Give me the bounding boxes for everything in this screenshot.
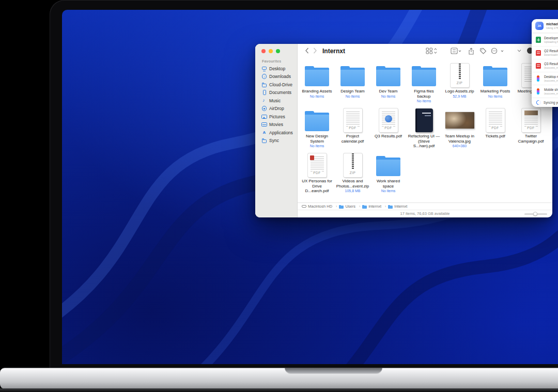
file-name: Figma files backup — [408, 89, 441, 99]
book-cover-icon — [415, 108, 433, 132]
sync-file-subtitle: (success_message) — [544, 92, 558, 95]
file-tile[interactable]: Refactoring UI — (Steve S...han).pdf — [406, 106, 442, 151]
folder-icon — [483, 68, 507, 86]
sync-file-row[interactable]: Q3 Results (2022).pdf (success_message) — [532, 59, 558, 72]
zoom-button[interactable] — [276, 49, 280, 53]
share-button[interactable] — [468, 48, 474, 55]
close-button[interactable] — [261, 49, 266, 53]
file-name: Branding Assets — [302, 89, 332, 94]
sidebar-item[interactable]: Desktop — [255, 65, 297, 73]
file-tile[interactable]: PDF Project calendar.pdf — [335, 106, 370, 151]
sidebar-item[interactable]: Documents — [255, 89, 297, 97]
laptop-screen: Favourites Desktop Downloads — [50, 0, 558, 368]
file-tile[interactable]: ZIP Videos and Photos...event.zip 105,8 … — [335, 151, 370, 196]
sidebar-item[interactable]: Sync — [255, 137, 297, 145]
filetype-badge: PDF — [348, 126, 358, 130]
tag-button[interactable] — [479, 48, 487, 54]
filetype-badge: PDF — [383, 126, 393, 130]
sync-file-row[interactable]: Q2 Results (2022).pdf Downloading 35% — [532, 46, 558, 59]
sync-popup-header: JA michael@internxt.com Using 176,42GB o… — [532, 19, 558, 33]
status-summary: 17 items, 76,63 GB available — [400, 211, 450, 216]
file-meta: No items — [488, 95, 503, 98]
sidebar-item-icon — [261, 130, 267, 135]
file-tile[interactable]: PDF Q3 Results.pdf — [370, 106, 406, 151]
syncing-spinner-icon — [535, 99, 542, 106]
overflow-chevron-button[interactable] — [517, 48, 522, 54]
file-grid: Branding Assets No items Design Team No … — [299, 61, 551, 196]
file-icon: ZIP — [335, 152, 370, 179]
sidebar-item[interactable]: Applications — [255, 129, 297, 137]
sidebar-item-icon — [261, 74, 267, 79]
breadcrumb-separator: › — [359, 205, 360, 208]
breadcrumb-item[interactable]: internxt › — [362, 204, 388, 209]
sync-file-row[interactable]: Development expenses.xlsx Uploading 64% — [532, 33, 558, 46]
file-tile[interactable]: ZIP Logo Assets.zip 52,9 MB — [442, 61, 477, 106]
sidebar-item-icon — [261, 82, 267, 87]
status-bar: 17 items, 76,63 GB available — [298, 210, 552, 217]
file-icon — [370, 152, 406, 179]
file-meta: No items — [310, 95, 324, 98]
file-name: New Design System — [301, 134, 334, 144]
window-title: Internxt — [322, 48, 345, 55]
sidebar-item-label: Applications — [269, 130, 293, 135]
breadcrumb-item[interactable]: Users › — [339, 204, 362, 209]
file-name: UX Personas for Drive D...earch.pdf — [301, 179, 334, 194]
file-tile[interactable]: Branding Assets No items — [299, 61, 335, 106]
filetype-badge: ZIP — [456, 81, 464, 85]
file-meta: No items — [346, 95, 360, 98]
file-tile[interactable]: Figma files backup No items — [406, 61, 442, 106]
file-meta: 640×360 — [453, 144, 467, 148]
sync-popup: JA michael@internxt.com Using 176,42GB o… — [532, 19, 558, 107]
file-tile[interactable]: Design Team No items — [335, 61, 370, 106]
file-tile[interactable]: PDF Tickets.pdf — [477, 106, 513, 151]
path-bar: Macintosh HD › Users › internxt › — [298, 202, 552, 210]
sync-file-title: Mobile share folder flows.fig — [544, 88, 558, 91]
sync-file-row[interactable]: Desktop migration and onboardi... (succe… — [532, 72, 558, 85]
sync-file-title: Development expenses.xlsx — [544, 36, 558, 40]
forward-button[interactable] — [313, 48, 317, 54]
file-tile[interactable]: Marketing Posts No items — [477, 61, 513, 106]
sync-file-row[interactable]: Mobile share folder flows.fig (success_m… — [532, 85, 558, 98]
file-tile[interactable]: Team Meetup in Valencia.jpg 640×360 — [442, 106, 477, 151]
breadcrumb-item[interactable]: Macintosh HD › — [302, 204, 339, 209]
laptop-base — [0, 368, 558, 389]
sidebar-section-label: Favourites — [262, 59, 281, 63]
account-email: michael@internxt.com — [546, 22, 558, 26]
sync-popup-footer: Syncing your files — [532, 98, 558, 107]
file-tile[interactable]: Work shared space No items — [370, 151, 406, 196]
sidebar-item[interactable]: Movies — [255, 121, 297, 129]
filetype-icon — [536, 50, 541, 56]
sidebar-item-label: AirDrop — [269, 106, 284, 111]
file-tile[interactable]: PDF UX Personas for Drive D...earch.pdf — [299, 151, 335, 196]
group-by-button[interactable] — [451, 48, 461, 54]
file-meta: 52,9 MB — [453, 95, 466, 98]
sidebar-item-icon — [261, 122, 267, 127]
photo-thumbnail — [445, 112, 474, 129]
file-tile[interactable]: PDF Twitter Campaign.pdf — [513, 106, 549, 151]
back-button[interactable] — [305, 48, 309, 54]
sidebar-item[interactable]: Cloud-Drive — [255, 81, 297, 89]
sidebar-list: Desktop Downloads Cloud-Drive Do — [255, 65, 297, 145]
file-tile[interactable]: New Design System No items — [299, 106, 335, 151]
action-menu-button[interactable] — [491, 48, 504, 54]
filetype-badge: PDF — [526, 126, 536, 130]
file-icon: PDF — [299, 152, 335, 179]
storage-usage: Using 176,42GB of 300GB — [546, 26, 558, 29]
sidebar-item[interactable]: AirDrop — [255, 105, 297, 113]
sidebar-item[interactable]: Downloads — [255, 73, 297, 81]
folder-icon — [376, 158, 400, 176]
slider-knob[interactable] — [533, 212, 537, 216]
sidebar-item-icon — [261, 138, 267, 143]
sidebar-item-label: Music — [269, 98, 281, 103]
breadcrumb-label: Macintosh HD — [308, 204, 332, 209]
sidebar-item-label: Pictures — [269, 114, 285, 119]
breadcrumb-label: Users — [345, 204, 355, 209]
view-switcher-button[interactable] — [426, 48, 437, 54]
file-name: Project calendar.pdf — [336, 134, 369, 144]
sidebar-item[interactable]: Pictures — [255, 113, 297, 121]
minimize-button[interactable] — [269, 49, 273, 53]
file-tile[interactable]: Dev Team No items — [370, 61, 406, 106]
sidebar-item[interactable]: Music — [255, 97, 297, 105]
icon-size-slider[interactable] — [524, 213, 547, 215]
breadcrumb-item[interactable]: Internxt › — [388, 204, 407, 209]
